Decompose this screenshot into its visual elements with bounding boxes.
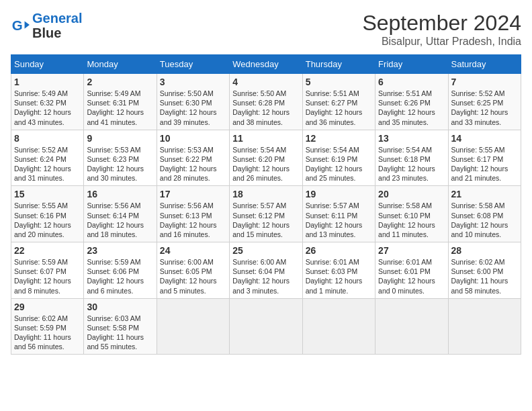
- svg-text:G: G: [12, 17, 23, 33]
- sunrise-label: Sunrise: 5:52 AM: [14, 146, 68, 154]
- sunset-label: Sunset: 6:08 PM: [451, 212, 504, 220]
- sunset-label: Sunset: 6:07 PM: [14, 267, 66, 275]
- calendar-row: 1 Sunrise: 5:49 AM Sunset: 6:32 PM Dayli…: [11, 74, 521, 130]
- day-number: 15: [14, 189, 81, 199]
- sunrise-label: Sunrise: 5:57 AM: [232, 201, 286, 210]
- sunrise-label: Sunrise: 5:58 AM: [378, 201, 432, 210]
- daylight-label: Daylight: 12 hours and 31 minutes.: [14, 165, 71, 182]
- calendar-cell: 15 Sunrise: 5:55 AM Sunset: 6:16 PM Dayl…: [11, 186, 84, 242]
- sunrise-label: Sunrise: 6:00 AM: [160, 258, 214, 266]
- sunrise-label: Sunrise: 5:59 AM: [14, 258, 68, 266]
- sunrise-label: Sunrise: 5:55 AM: [451, 146, 505, 154]
- sunset-label: Sunset: 6:31 PM: [87, 99, 139, 107]
- title-block: September 2024 Bisalpur, Uttar Pradesh, …: [362, 11, 521, 48]
- sunset-label: Sunset: 6:16 PM: [14, 212, 66, 220]
- sunrise-label: Sunrise: 6:00 AM: [232, 258, 286, 266]
- daylight-label: Daylight: 12 hours and 39 minutes.: [160, 108, 217, 126]
- daylight-label: Daylight: 12 hours and 23 minutes.: [378, 165, 435, 182]
- day-info: Sunrise: 6:03 AM Sunset: 5:58 PM Dayligh…: [87, 314, 153, 352]
- day-info: Sunrise: 6:02 AM Sunset: 5:59 PM Dayligh…: [14, 314, 81, 352]
- day-info: Sunrise: 5:59 AM Sunset: 6:06 PM Dayligh…: [87, 257, 153, 295]
- sunset-label: Sunset: 6:10 PM: [378, 212, 431, 220]
- sunrise-label: Sunrise: 5:54 AM: [306, 146, 359, 154]
- day-number: 27: [378, 245, 445, 256]
- day-number: 24: [160, 245, 226, 256]
- calendar-cell: 30 Sunrise: 6:03 AM Sunset: 5:58 PM Dayl…: [84, 298, 157, 355]
- sunrise-label: Sunrise: 5:56 AM: [160, 201, 214, 210]
- day-number: 17: [160, 189, 226, 199]
- sunrise-label: Sunrise: 5:50 AM: [160, 89, 214, 97]
- sunset-label: Sunset: 6:04 PM: [232, 267, 285, 275]
- day-info: Sunrise: 5:51 AM Sunset: 6:26 PM Dayligh…: [378, 89, 445, 127]
- day-info: Sunrise: 5:49 AM Sunset: 6:31 PM Dayligh…: [87, 89, 153, 127]
- calendar-cell: 13 Sunrise: 5:54 AM Sunset: 6:18 PM Dayl…: [375, 130, 448, 186]
- day-info: Sunrise: 5:55 AM Sunset: 6:17 PM Dayligh…: [451, 145, 518, 183]
- calendar-table: Sunday Monday Tuesday Wednesday Thursday…: [11, 54, 521, 355]
- day-number: 1: [14, 77, 81, 87]
- sunset-label: Sunset: 6:01 PM: [378, 267, 431, 275]
- calendar-subtitle: Bisalpur, Uttar Pradesh, India: [362, 36, 521, 48]
- sunrise-label: Sunrise: 5:52 AM: [451, 89, 505, 97]
- sunset-label: Sunset: 6:22 PM: [160, 155, 212, 163]
- day-number: 16: [87, 189, 153, 199]
- calendar-cell: 8 Sunrise: 5:52 AM Sunset: 6:24 PM Dayli…: [11, 130, 84, 186]
- day-info: Sunrise: 5:54 AM Sunset: 6:20 PM Dayligh…: [232, 145, 299, 183]
- calendar-cell: 18 Sunrise: 5:57 AM Sunset: 6:12 PM Dayl…: [230, 186, 302, 242]
- daylight-label: Daylight: 12 hours and 13 minutes.: [306, 221, 363, 238]
- daylight-label: Daylight: 11 hours and 55 minutes.: [87, 333, 144, 351]
- day-number: 23: [87, 245, 153, 256]
- calendar-cell: 4 Sunrise: 5:50 AM Sunset: 6:28 PM Dayli…: [230, 74, 302, 130]
- day-info: Sunrise: 5:55 AM Sunset: 6:16 PM Dayligh…: [14, 201, 81, 239]
- sunset-label: Sunset: 6:11 PM: [306, 212, 358, 220]
- logo-text: GeneralBlue: [32, 11, 82, 40]
- daylight-label: Daylight: 12 hours and 30 minutes.: [87, 165, 144, 182]
- sunrise-label: Sunrise: 5:51 AM: [306, 89, 359, 97]
- sunset-label: Sunset: 6:24 PM: [14, 155, 66, 163]
- daylight-label: Daylight: 12 hours and 8 minutes.: [14, 277, 71, 294]
- day-number: 13: [378, 133, 445, 144]
- sunrise-label: Sunrise: 6:01 AM: [306, 258, 359, 266]
- sunset-label: Sunset: 6:23 PM: [87, 155, 139, 163]
- sunrise-label: Sunrise: 6:02 AM: [451, 258, 505, 266]
- daylight-label: Daylight: 12 hours and 11 minutes.: [378, 221, 435, 238]
- sunset-label: Sunset: 6:26 PM: [378, 99, 431, 107]
- sunset-label: Sunset: 6:20 PM: [232, 155, 285, 163]
- calendar-cell: 11 Sunrise: 5:54 AM Sunset: 6:20 PM Dayl…: [230, 130, 302, 186]
- calendar-row: 8 Sunrise: 5:52 AM Sunset: 6:24 PM Dayli…: [11, 130, 521, 186]
- calendar-header-row: Sunday Monday Tuesday Wednesday Thursday…: [11, 55, 521, 74]
- daylight-label: Daylight: 12 hours and 33 minutes.: [451, 108, 508, 126]
- sunset-label: Sunset: 5:58 PM: [87, 324, 139, 332]
- day-info: Sunrise: 5:53 AM Sunset: 6:22 PM Dayligh…: [160, 145, 226, 183]
- sunrise-label: Sunrise: 5:59 AM: [87, 258, 140, 266]
- daylight-label: Daylight: 12 hours and 10 minutes.: [451, 221, 508, 238]
- calendar-row: 22 Sunrise: 5:59 AM Sunset: 6:07 PM Dayl…: [11, 242, 521, 299]
- sunrise-label: Sunrise: 5:58 AM: [451, 201, 505, 210]
- day-number: 21: [451, 189, 518, 199]
- daylight-label: Daylight: 12 hours and 3 minutes.: [232, 277, 290, 294]
- day-info: Sunrise: 5:51 AM Sunset: 6:27 PM Dayligh…: [306, 89, 372, 127]
- day-number: 10: [160, 133, 226, 144]
- day-info: Sunrise: 5:52 AM Sunset: 6:24 PM Dayligh…: [14, 145, 81, 183]
- sunrise-label: Sunrise: 5:53 AM: [87, 146, 140, 154]
- svg-marker-1: [25, 21, 30, 28]
- calendar-cell: 12 Sunrise: 5:54 AM Sunset: 6:19 PM Dayl…: [302, 130, 375, 186]
- sunrise-label: Sunrise: 6:02 AM: [14, 314, 68, 322]
- day-info: Sunrise: 6:01 AM Sunset: 6:03 PM Dayligh…: [306, 257, 372, 295]
- calendar-cell: 14 Sunrise: 5:55 AM Sunset: 6:17 PM Dayl…: [448, 130, 521, 186]
- sunrise-label: Sunrise: 5:49 AM: [14, 89, 68, 97]
- calendar-cell: 19 Sunrise: 5:57 AM Sunset: 6:11 PM Dayl…: [302, 186, 375, 242]
- calendar-cell: 5 Sunrise: 5:51 AM Sunset: 6:27 PM Dayli…: [302, 74, 375, 130]
- sunset-label: Sunset: 6:17 PM: [451, 155, 504, 163]
- col-thursday: Thursday: [302, 55, 375, 74]
- daylight-label: Daylight: 12 hours and 20 minutes.: [14, 221, 71, 238]
- sunset-label: Sunset: 6:32 PM: [14, 99, 66, 107]
- calendar-cell: 1 Sunrise: 5:49 AM Sunset: 6:32 PM Dayli…: [11, 74, 84, 130]
- day-number: 5: [306, 77, 372, 87]
- sunset-label: Sunset: 6:28 PM: [232, 99, 285, 107]
- daylight-label: Daylight: 12 hours and 36 minutes.: [306, 108, 363, 126]
- calendar-body: 1 Sunrise: 5:49 AM Sunset: 6:32 PM Dayli…: [11, 74, 521, 355]
- day-number: 12: [306, 133, 372, 144]
- sunset-label: Sunset: 6:05 PM: [160, 267, 212, 275]
- day-number: 8: [14, 133, 81, 144]
- day-info: Sunrise: 6:00 AM Sunset: 6:04 PM Dayligh…: [232, 257, 299, 295]
